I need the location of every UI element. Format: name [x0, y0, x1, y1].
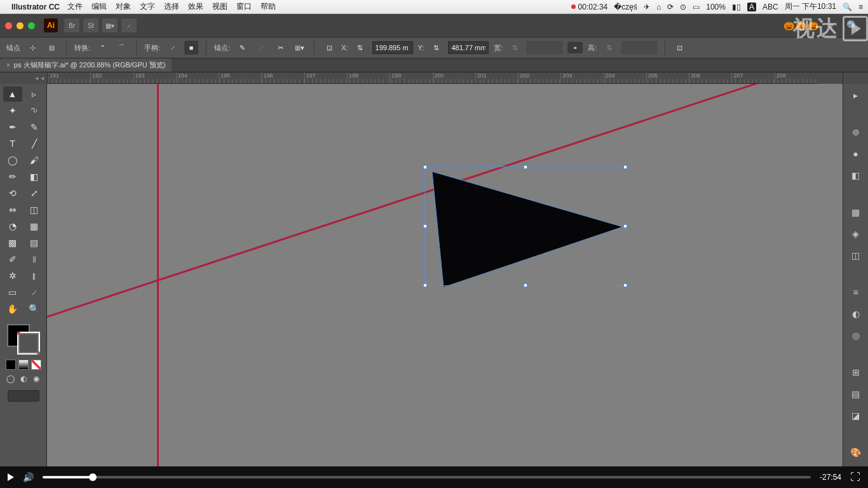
- zoom-tool[interactable]: 🔍: [25, 301, 44, 316]
- horizontal-ruler[interactable]: 1911921931941951961971981992002012022032…: [48, 72, 817, 84]
- fullscreen-button[interactable]: ⛶: [850, 471, 860, 483]
- gradient-panel-icon[interactable]: ◐: [848, 306, 864, 322]
- stroke-panel-icon[interactable]: ≡: [848, 285, 864, 300]
- layers-panel-icon[interactable]: ◈: [848, 226, 864, 241]
- eraser-tool[interactable]: ◧: [25, 169, 44, 184]
- fill-stroke-swatch[interactable]: [6, 323, 41, 356]
- search-icon[interactable]: 🔍: [846, 20, 859, 32]
- status-icon[interactable]: �częś: [614, 3, 637, 11]
- draw-behind-icon[interactable]: ◐: [18, 374, 29, 384]
- h-stepper[interactable]: ⇅: [602, 41, 616, 55]
- w-input[interactable]: [527, 41, 562, 54]
- transform-panel-icon[interactable]: ▤: [848, 386, 864, 402]
- x-stepper[interactable]: ⇅: [353, 41, 367, 55]
- scale-tool[interactable]: ⤢: [25, 186, 44, 201]
- rectangle-tool[interactable]: ◯: [3, 152, 22, 168]
- menu-file[interactable]: 文件: [67, 1, 83, 12]
- clock[interactable]: 周一 下午10:31: [785, 1, 836, 12]
- swatches-panel-icon[interactable]: ▦: [848, 205, 864, 220]
- spotlight-icon[interactable]: 🔍: [843, 3, 852, 11]
- align-panel-icon[interactable]: ⊞: [848, 365, 864, 380]
- input-label[interactable]: ABC: [763, 3, 778, 11]
- hand-tool[interactable]: ✋: [3, 301, 22, 316]
- pen-tool[interactable]: ✒: [3, 119, 22, 135]
- remove-anchor-icon[interactable]: ✎: [235, 41, 249, 55]
- handle-hide-icon[interactable]: ■: [184, 41, 198, 55]
- draw-normal-icon[interactable]: ◯: [6, 374, 16, 384]
- graph-tool[interactable]: ⫿: [25, 268, 44, 283]
- workspace-chevron-icon[interactable]: ▾: [829, 20, 834, 32]
- connect-anchor-icon[interactable]: ⟋: [254, 41, 268, 55]
- arrange-button[interactable]: ▦▾: [102, 18, 118, 32]
- zoom-window-button[interactable]: [28, 22, 35, 29]
- isolate-icon[interactable]: ⊡: [322, 41, 336, 55]
- handle-n[interactable]: [524, 165, 527, 169]
- stock-button[interactable]: St: [83, 18, 98, 32]
- handle-w[interactable]: [423, 224, 427, 228]
- menu-object[interactable]: 对象: [116, 1, 131, 12]
- align-anchor-icon[interactable]: ⊞▾: [292, 41, 306, 55]
- menu-window[interactable]: 窗口: [236, 1, 252, 12]
- paintbrush-tool[interactable]: 🖌: [25, 152, 44, 168]
- ruler-origin[interactable]: ◄◄: [0, 72, 48, 84]
- menu-help[interactable]: 帮助: [261, 1, 276, 12]
- menu-edit[interactable]: 编辑: [92, 1, 107, 12]
- color-mode-solid[interactable]: [6, 360, 16, 370]
- asset-export-icon[interactable]: ◫: [848, 248, 864, 263]
- eyedropper-tool[interactable]: ✐: [3, 252, 22, 267]
- handle-s[interactable]: [524, 283, 527, 287]
- line-tool[interactable]: ╱: [25, 136, 44, 151]
- bridge-button[interactable]: Br: [64, 18, 79, 32]
- cut-path-icon[interactable]: ✂: [273, 41, 287, 55]
- gpu-button[interactable]: ⟋: [121, 18, 137, 32]
- progress-bar[interactable]: [43, 476, 811, 478]
- type-tool[interactable]: T: [3, 136, 22, 151]
- menu-type[interactable]: 文字: [140, 1, 155, 12]
- menu-select[interactable]: 选择: [164, 1, 179, 12]
- draw-inside-icon[interactable]: ◉: [31, 374, 41, 384]
- properties-panel-icon[interactable]: ▸: [848, 88, 864, 103]
- color-panel-icon[interactable]: ●: [848, 146, 864, 161]
- selection-bounding-box[interactable]: [424, 166, 626, 286]
- close-tab-icon[interactable]: ×: [6, 62, 10, 69]
- handle-se[interactable]: [623, 283, 627, 287]
- symbol-sprayer-tool[interactable]: ✲: [3, 268, 22, 283]
- mesh-tool[interactable]: ▩: [3, 235, 22, 250]
- screen-mode-button[interactable]: [8, 390, 39, 402]
- link-wh-button[interactable]: ⚭: [567, 42, 583, 53]
- menu-view[interactable]: 视图: [212, 1, 227, 12]
- y-input[interactable]: [448, 41, 489, 54]
- color-mode-none[interactable]: [31, 360, 41, 370]
- selection-tool[interactable]: ▲: [3, 86, 22, 102]
- minimize-window-button[interactable]: [17, 22, 24, 29]
- blend-tool[interactable]: ⫴: [25, 252, 44, 267]
- appearance-panel-icon[interactable]: 🎨: [848, 445, 864, 460]
- direct-selection-tool[interactable]: ▹: [25, 86, 44, 102]
- wifi-icon[interactable]: ⊙: [680, 3, 686, 11]
- curvature-tool[interactable]: ✎: [25, 119, 44, 135]
- color-guide-icon[interactable]: ◧: [848, 168, 864, 183]
- color-mode-gradient[interactable]: [18, 360, 29, 370]
- menu-extra-icon[interactable]: ⌂: [656, 3, 661, 11]
- x-input[interactable]: [372, 41, 413, 54]
- artboard-tool[interactable]: ▭: [3, 285, 22, 300]
- handle-sw[interactable]: [423, 283, 427, 287]
- input-badge[interactable]: A: [747, 3, 756, 11]
- menu-effect[interactable]: 效果: [188, 1, 203, 12]
- perspective-tool[interactable]: ▦: [25, 219, 44, 234]
- app-name[interactable]: Illustrator CC: [11, 3, 60, 11]
- shape-builder-tool[interactable]: ◔: [3, 219, 22, 234]
- rotate-tool[interactable]: ⟲: [3, 186, 22, 201]
- sync-icon[interactable]: ⟳: [667, 3, 674, 11]
- anchor-remove-icon[interactable]: ⊟: [44, 41, 58, 55]
- cc-libraries-icon[interactable]: ⊚: [848, 125, 864, 140]
- convert-corner-icon[interactable]: ⌃: [95, 41, 109, 55]
- handle-ne[interactable]: [623, 165, 627, 169]
- document-tab[interactable]: × ps 火锅辣椒字.ai* @ 2200.88% (RGB/GPU 预览): [0, 58, 172, 72]
- play-button[interactable]: [8, 473, 14, 481]
- shape-constrain-icon[interactable]: ⊡: [673, 41, 687, 55]
- free-transform-tool[interactable]: ◫: [25, 202, 44, 217]
- pencil-tool[interactable]: ✏: [3, 169, 22, 184]
- width-tool[interactable]: ⇔: [3, 202, 22, 217]
- transparency-panel-icon[interactable]: ◎: [848, 328, 864, 343]
